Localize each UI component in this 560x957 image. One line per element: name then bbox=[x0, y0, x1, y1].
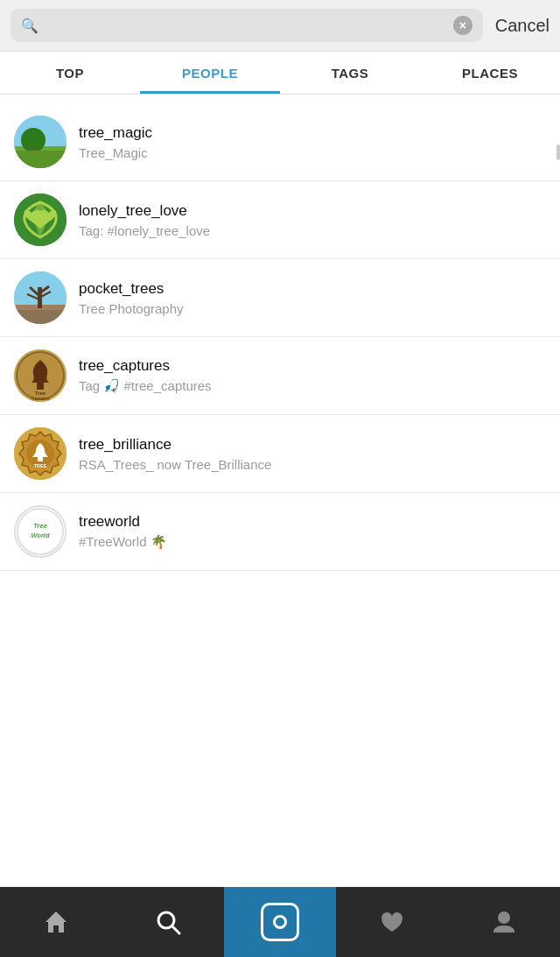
svg-text:World: World bbox=[32, 531, 50, 539]
search-nav-icon bbox=[154, 908, 182, 936]
svg-point-31 bbox=[498, 911, 510, 924]
person-username: pocket_trees bbox=[79, 280, 546, 298]
people-list: tree_magic Tree_Magic lonely_tree_love T… bbox=[0, 95, 560, 571]
avatar bbox=[14, 271, 66, 324]
svg-rect-16 bbox=[37, 383, 44, 390]
nav-heart[interactable] bbox=[336, 887, 448, 957]
person-info: tree_brilliance RSA_Trees_ now Tree_Bril… bbox=[79, 436, 546, 472]
person-subtitle: #TreeWorld 🌴 bbox=[79, 534, 546, 550]
tab-tags[interactable]: TAGS bbox=[280, 52, 420, 94]
person-info: tree_magic Tree_Magic bbox=[79, 124, 546, 160]
avatar: Tree World bbox=[14, 505, 66, 558]
profile-icon bbox=[490, 908, 518, 936]
person-username: tree_captures bbox=[79, 357, 546, 375]
person-info: lonely_tree_love Tag: #lonely_tree_love bbox=[79, 202, 546, 238]
avatar bbox=[14, 194, 66, 246]
person-subtitle: Tree_Magic bbox=[79, 145, 546, 160]
person-subtitle: RSA_Trees_ now Tree_Brilliance bbox=[79, 457, 546, 472]
svg-text:TREE: TREE bbox=[34, 463, 47, 468]
svg-rect-7 bbox=[14, 308, 66, 324]
nav-camera[interactable] bbox=[224, 887, 336, 957]
avatar: TREE bbox=[14, 427, 66, 480]
person-info: treeworld #TreeWorld 🌴 bbox=[79, 513, 546, 550]
cancel-button[interactable]: Cancel bbox=[495, 16, 550, 36]
tab-places[interactable]: PLACES bbox=[420, 52, 560, 94]
list-item[interactable]: lonely_tree_love Tag: #lonely_tree_love bbox=[0, 181, 560, 259]
person-info: pocket_trees Tree Photography bbox=[79, 280, 546, 316]
svg-rect-22 bbox=[38, 457, 43, 461]
svg-text:Captures: Captures bbox=[32, 396, 50, 401]
svg-point-2 bbox=[21, 128, 46, 152]
tab-people[interactable]: PEOPLE bbox=[140, 52, 280, 94]
person-subtitle: Tag: #lonely_tree_love bbox=[79, 223, 546, 238]
search-input-wrap: 🔍 tree × bbox=[10, 9, 483, 42]
svg-rect-4 bbox=[14, 151, 66, 168]
nav-search[interactable] bbox=[112, 887, 224, 957]
person-username: tree_brilliance bbox=[79, 436, 546, 454]
person-subtitle: Tree Photography bbox=[79, 301, 546, 316]
clear-button[interactable]: × bbox=[453, 16, 472, 35]
tabs-bar: TOP PEOPLE TAGS PLACES bbox=[0, 52, 560, 95]
list-item[interactable]: Tree Captures tree_captures Tag 🎣 #tree_… bbox=[0, 337, 560, 415]
list-item[interactable]: pocket_trees Tree Photography bbox=[0, 259, 560, 337]
tab-top[interactable]: TOP bbox=[0, 52, 140, 94]
nav-profile[interactable] bbox=[448, 887, 560, 957]
list-item[interactable]: tree_magic Tree_Magic bbox=[0, 103, 560, 181]
person-username: treeworld bbox=[79, 513, 546, 531]
camera-icon bbox=[261, 903, 299, 941]
person-subtitle: Tag 🎣 #tree_captures bbox=[79, 378, 546, 394]
svg-line-30 bbox=[172, 926, 179, 933]
scroll-indicator bbox=[556, 144, 560, 160]
svg-marker-28 bbox=[46, 911, 66, 932]
person-username: lonely_tree_love bbox=[79, 202, 546, 220]
search-input[interactable]: tree bbox=[46, 17, 446, 35]
nav-home[interactable] bbox=[0, 887, 112, 957]
bottom-nav bbox=[0, 887, 560, 957]
list-item[interactable]: Tree World treeworld #TreeWorld 🌴 bbox=[0, 493, 560, 571]
person-username: tree_magic bbox=[79, 124, 546, 142]
search-icon: 🔍 bbox=[21, 18, 38, 34]
avatar bbox=[14, 116, 66, 168]
home-icon bbox=[42, 908, 70, 936]
avatar: Tree Captures bbox=[14, 349, 66, 402]
person-info: tree_captures Tag 🎣 #tree_captures bbox=[79, 357, 546, 394]
heart-icon bbox=[378, 908, 406, 936]
svg-text:Tree: Tree bbox=[33, 522, 47, 530]
search-bar: 🔍 tree × Cancel bbox=[0, 0, 560, 52]
list-item[interactable]: TREE tree_brilliance RSA_Trees_ now Tree… bbox=[0, 415, 560, 493]
